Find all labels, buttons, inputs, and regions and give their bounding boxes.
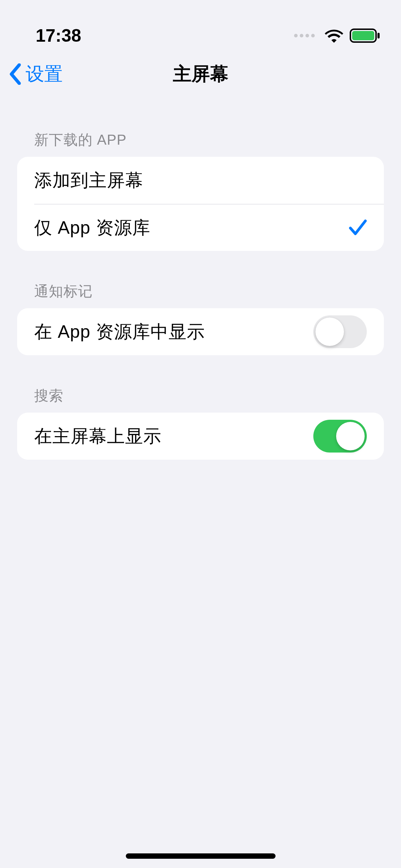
section-header-search: 搜索: [17, 386, 384, 413]
status-time: 17:38: [36, 25, 81, 46]
status-indicators: [294, 29, 380, 43]
group-new-apps: 添加到主屏幕 仅 App 资源库: [17, 157, 384, 251]
option-add-to-home[interactable]: 添加到主屏幕: [17, 157, 384, 204]
home-indicator[interactable]: [126, 853, 276, 859]
back-button[interactable]: 设置: [9, 62, 63, 87]
nav-bar: 设置 主屏幕: [0, 50, 401, 98]
row-label: 添加到主屏幕: [34, 169, 143, 192]
group-badges: 在 App 资源库中显示: [17, 308, 384, 355]
toggle-show-on-home[interactable]: [313, 420, 367, 453]
row-label: 在 App 资源库中显示: [34, 320, 205, 344]
section-header-badges: 通知标记: [17, 281, 384, 308]
wifi-icon: [325, 29, 343, 43]
battery-icon: [350, 29, 380, 43]
section-badges: 通知标记 在 App 资源库中显示: [17, 281, 384, 355]
row-show-on-home: 在主屏幕上显示: [17, 413, 384, 460]
section-new-apps: 新下载的 APP 添加到主屏幕 仅 App 资源库: [17, 130, 384, 251]
content: 新下载的 APP 添加到主屏幕 仅 App 资源库 通知标记 在 App 资源库…: [0, 98, 401, 460]
cellular-dots-icon: [294, 34, 315, 37]
toggle-show-in-library[interactable]: [313, 315, 367, 348]
page-title: 主屏幕: [173, 62, 228, 87]
row-label: 仅 App 资源库: [34, 216, 150, 240]
section-header-new-apps: 新下载的 APP: [17, 130, 384, 157]
checkmark-icon: [349, 219, 367, 236]
svg-rect-1: [352, 31, 374, 40]
status-bar: 17:38: [0, 0, 401, 50]
row-label: 在主屏幕上显示: [34, 424, 161, 448]
svg-rect-2: [377, 33, 380, 38]
section-search: 搜索 在主屏幕上显示: [17, 386, 384, 460]
group-search: 在主屏幕上显示: [17, 413, 384, 460]
back-label: 设置: [26, 62, 63, 87]
row-show-in-library: 在 App 资源库中显示: [17, 308, 384, 355]
chevron-left-icon: [9, 63, 23, 85]
option-app-library-only[interactable]: 仅 App 资源库: [34, 204, 384, 251]
